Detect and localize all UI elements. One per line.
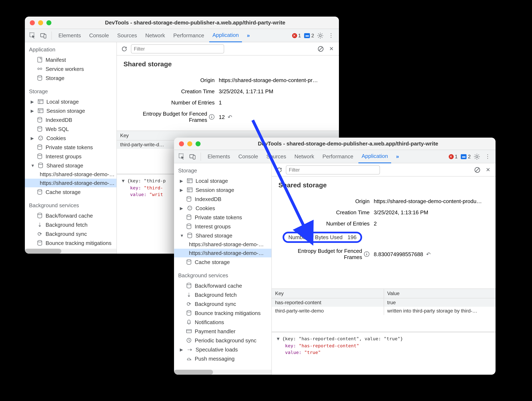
zoom-button[interactable] (196, 141, 201, 146)
tab-console[interactable]: Console (86, 29, 112, 42)
sidebar-item-shared-origin-1[interactable]: https://shared-storage-demo-… (174, 249, 271, 257)
tab-performance[interactable]: Performance (170, 29, 208, 42)
col-key[interactable]: Key (272, 289, 384, 298)
sidebar-item-indexeddb[interactable]: IndexedDB (25, 115, 116, 124)
info-icon[interactable] (364, 251, 370, 257)
gear-icon[interactable] (472, 152, 481, 161)
tab-performance[interactable]: Performance (319, 150, 357, 163)
device-icon[interactable] (188, 152, 197, 161)
value-budget: 12 ↶ (219, 114, 332, 120)
table-row[interactable]: has-reported-contenttrue (272, 299, 495, 307)
sidebar-item-shared-origin-0[interactable]: https://shared-storage-demo-… (25, 170, 116, 179)
message-badge[interactable]: ▬2 (461, 153, 471, 159)
sidebar-item-back-forward-cache[interactable]: Back/forward cache (174, 281, 271, 290)
sidebar-item-cache-storage[interactable]: Cache storage (25, 187, 116, 197)
inspect-icon[interactable] (28, 31, 37, 40)
tab-elements[interactable]: Elements (55, 29, 84, 42)
storage-table: KeyValue has-reported-contenttrue third-… (272, 288, 495, 332)
sidebar-item-bounce-tracking[interactable]: Bounce tracking mitigations (25, 238, 116, 248)
tab-elements[interactable]: Elements (204, 150, 233, 163)
refresh-icon[interactable] (275, 165, 283, 174)
minimize-button[interactable] (187, 141, 192, 146)
scrollbar[interactable] (25, 249, 116, 254)
tab-application[interactable]: Application (209, 29, 242, 42)
tab-network[interactable]: Network (142, 29, 168, 42)
sidebar-item-manifest[interactable]: Manifest (25, 55, 116, 64)
sidebar-item-background-fetch[interactable]: ⇣Background fetch (174, 290, 271, 299)
tab-console[interactable]: Console (235, 150, 261, 163)
tab-network[interactable]: Network (291, 150, 317, 163)
label-bytes: Number of Bytes Used (288, 234, 343, 240)
label-creation: Creation Time (279, 209, 370, 216)
sidebar-item-interest-groups[interactable]: Interest groups (25, 152, 116, 161)
undo-icon[interactable]: ↶ (426, 251, 431, 257)
sidebar-item-push-messaging[interactable]: Push messaging (174, 354, 271, 363)
sidebar-item-shared-storage[interactable]: ▼Shared storage (25, 161, 116, 170)
window-title: DevTools - shared-storage-demo-publisher… (205, 140, 491, 147)
sidebar-item-private-state-tokens[interactable]: Private state tokens (25, 143, 116, 152)
sidebar-item-cookies[interactable]: ▶Cookies (25, 134, 116, 143)
zoom-button[interactable] (46, 20, 51, 25)
sidebar-item-shared-origin-1[interactable]: https://shared-storage-demo-… (25, 179, 116, 187)
sidebar-item-cookies[interactable]: ▶Cookies (174, 204, 271, 213)
close-button[interactable] (30, 20, 35, 25)
more-tabs-icon[interactable]: » (244, 31, 253, 40)
error-badge[interactable]: ✕1 (449, 153, 457, 159)
svg-point-5 (38, 68, 39, 70)
filter-input[interactable] (131, 44, 224, 53)
inspect-icon[interactable] (177, 152, 186, 161)
sidebar-item-session-storage[interactable]: ▶Session storage (25, 106, 116, 115)
svg-point-3 (319, 34, 321, 37)
svg-point-24 (38, 213, 42, 215)
sidebar-item-websql[interactable]: Web SQL (25, 124, 116, 134)
sidebar-item-local-storage[interactable]: ▶Local storage (25, 97, 116, 106)
scrollbar[interactable] (174, 370, 271, 375)
tab-sources[interactable]: Sources (114, 29, 140, 42)
clear-icon[interactable] (317, 45, 325, 53)
gear-icon[interactable] (316, 31, 325, 40)
error-badge[interactable]: ✕1 (292, 32, 301, 38)
sidebar-item-payment-handler[interactable]: Payment handler (174, 327, 271, 336)
tab-sources[interactable]: Sources (263, 150, 289, 163)
svg-point-18 (41, 137, 42, 138)
sidebar-item-local-storage[interactable]: ▶Local storage (174, 176, 271, 185)
sidebar-item-service-workers[interactable]: Service workers (25, 64, 116, 73)
refresh-icon[interactable] (120, 45, 128, 53)
close-icon[interactable]: ✕ (327, 45, 336, 53)
sidebar-item-private-state-tokens[interactable]: Private state tokens (174, 213, 271, 222)
sidebar-item-interest-groups[interactable]: Interest groups (174, 222, 271, 231)
sidebar-item-notifications[interactable]: Notifications (174, 318, 271, 327)
sidebar-item-cache-storage[interactable]: Cache storage (174, 257, 271, 267)
close-button[interactable] (179, 141, 184, 146)
svg-rect-35 (187, 179, 192, 183)
more-tabs-icon[interactable]: » (393, 152, 402, 161)
device-icon[interactable] (39, 31, 48, 40)
kebab-icon[interactable]: ⋮ (483, 152, 492, 161)
toolbar: ✕ (117, 42, 339, 56)
close-icon[interactable]: ✕ (484, 165, 492, 174)
sidebar-item-background-fetch[interactable]: ⇣Background fetch (25, 220, 116, 229)
sidebar-item-storage[interactable]: Storage (25, 73, 116, 83)
sidebar-item-periodic-sync[interactable]: Periodic background sync (174, 336, 271, 345)
sidebar: Application Manifest Service workers Sto… (25, 42, 117, 254)
sidebar-item-speculative-loads[interactable]: ▶⇢Speculative loads (174, 345, 271, 354)
sidebar-item-back-forward-cache[interactable]: Back/forward cache (25, 211, 116, 220)
sidebar-item-shared-origin-0[interactable]: https://shared-storage-demo-… (174, 240, 271, 249)
kebab-icon[interactable]: ⋮ (327, 31, 336, 40)
sidebar-item-background-sync[interactable]: ⟳Background sync (174, 299, 271, 308)
filter-input[interactable] (286, 165, 380, 174)
sidebar-item-shared-storage[interactable]: ▼Shared storage (174, 231, 271, 240)
tabbar: Elements Console Sources Network Perform… (174, 150, 495, 163)
clear-icon[interactable] (473, 165, 481, 174)
undo-icon[interactable]: ↶ (228, 114, 232, 120)
sidebar-item-session-storage[interactable]: ▶Session storage (174, 185, 271, 194)
sidebar-item-background-sync[interactable]: ⟳Background sync (25, 229, 116, 238)
minimize-button[interactable] (38, 20, 43, 25)
message-badge[interactable]: ▬2 (304, 32, 314, 38)
table-row[interactable]: third-party-write-demowritten into third… (272, 307, 495, 315)
col-value[interactable]: Value (384, 289, 495, 298)
tab-application[interactable]: Application (358, 150, 391, 163)
sidebar-item-bounce-tracking[interactable]: Bounce tracking mitigations (174, 308, 271, 318)
sidebar-item-indexeddb[interactable]: IndexedDB (174, 194, 271, 204)
info-icon[interactable] (209, 114, 215, 120)
